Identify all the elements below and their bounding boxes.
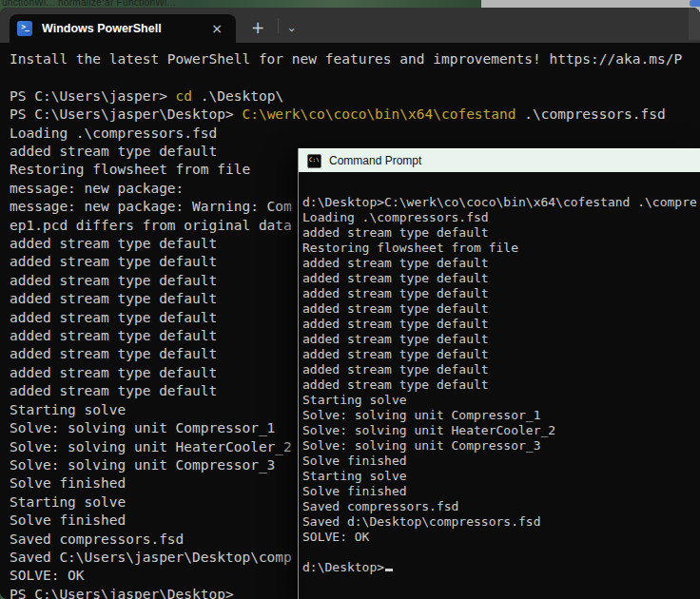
- terminal-line: [10, 68, 700, 87]
- terminal-line: Loading .\compressors.fsd: [10, 125, 700, 143]
- new-tab-button[interactable]: +: [236, 16, 278, 43]
- chevron-down-icon: ›: [285, 28, 300, 32]
- powershell-screen[interactable]: Install the latest PowerShell for new fe…: [0, 43, 700, 599]
- tabbar-right-edge: [689, 8, 700, 40]
- terminal-window: >_ Windows PowerShell × + › Install the …: [0, 8, 700, 599]
- tab-title: Windows PowerShell: [42, 22, 205, 35]
- terminal-line: Starting solve: [302, 393, 700, 408]
- terminal-line: added stream type default: [302, 301, 700, 317]
- command-prompt-title: Command Prompt: [329, 154, 421, 167]
- terminal-line: Solve: solving unit Compressor_1: [302, 408, 700, 423]
- terminal-line: added stream type default: [302, 271, 700, 286]
- command-prompt-titlebar[interactable]: C:\ Command Prompt: [299, 148, 700, 172]
- terminal-line: added stream type default: [302, 347, 700, 362]
- terminal-line: Restoring flowsheet from file: [302, 241, 700, 256]
- terminal-line: added stream type default: [302, 225, 700, 241]
- terminal-line: PS C:\Users\jasper> cd .\Desktop\: [10, 87, 700, 106]
- command-prompt-output: d:\Desktop>C:\werk\co\coco\bin\x64\cofes…: [299, 172, 700, 575]
- terminal-line: Solve: solving unit HeaterCooler_2: [302, 423, 700, 438]
- terminal-line: added stream type default: [302, 362, 700, 377]
- tab-windows-powershell[interactable]: >_ Windows PowerShell ×: [10, 14, 236, 43]
- background-strip-text: unctionWi... normalize:ar FunctionWi...: [2, 0, 176, 8]
- terminal-line: d:\Desktop>C:\werk\co\coco\bin\x64\cofes…: [302, 195, 700, 210]
- terminal-line: added stream type default: [302, 377, 700, 393]
- terminal-line: Saved compressors.fsd: [302, 499, 700, 514]
- terminal-line: d:\Desktop>: [302, 560, 700, 575]
- terminal-line: Solve: solving unit Compressor_3: [302, 438, 700, 454]
- powershell-icon: >_: [17, 21, 32, 36]
- tab-bar: >_ Windows PowerShell × + ›: [0, 8, 700, 43]
- background-blue-accent: [690, 0, 700, 7]
- text-cursor: [385, 569, 393, 571]
- terminal-line: [302, 545, 700, 560]
- terminal-line: Solve finished: [302, 454, 700, 469]
- tab-dropdown-button[interactable]: ›: [279, 21, 306, 43]
- screen: unctionWi... normalize:ar FunctionWi... …: [0, 0, 700, 599]
- terminal-line: Starting solve: [302, 469, 700, 484]
- close-tab-icon[interactable]: ×: [205, 20, 228, 37]
- terminal-line: Saved d:\Desktop\compressors.fsd: [302, 514, 700, 530]
- terminal-line: Loading .\compressors.fsd: [302, 210, 700, 225]
- command-prompt-screen[interactable]: d:\Desktop>C:\werk\co\coco\bin\x64\cofes…: [299, 172, 700, 599]
- terminal-line: added stream type default: [302, 286, 700, 301]
- terminal-line: added stream type default: [302, 317, 700, 332]
- terminal-line: added stream type default: [302, 332, 700, 347]
- command-prompt-window: C:\ Command Prompt d:\Desktop>C:\werk\co…: [298, 148, 700, 599]
- terminal-line: Install the latest PowerShell for new fe…: [10, 50, 700, 68]
- terminal-line: added stream type default: [302, 256, 700, 271]
- terminal-line: Solve finished: [302, 484, 700, 499]
- terminal-line: SOLVE: OK: [302, 530, 700, 545]
- cmd-icon: C:\: [307, 154, 321, 168]
- terminal-line: PS C:\Users\jasper\Desktop> C:\werk\co\c…: [10, 106, 700, 124]
